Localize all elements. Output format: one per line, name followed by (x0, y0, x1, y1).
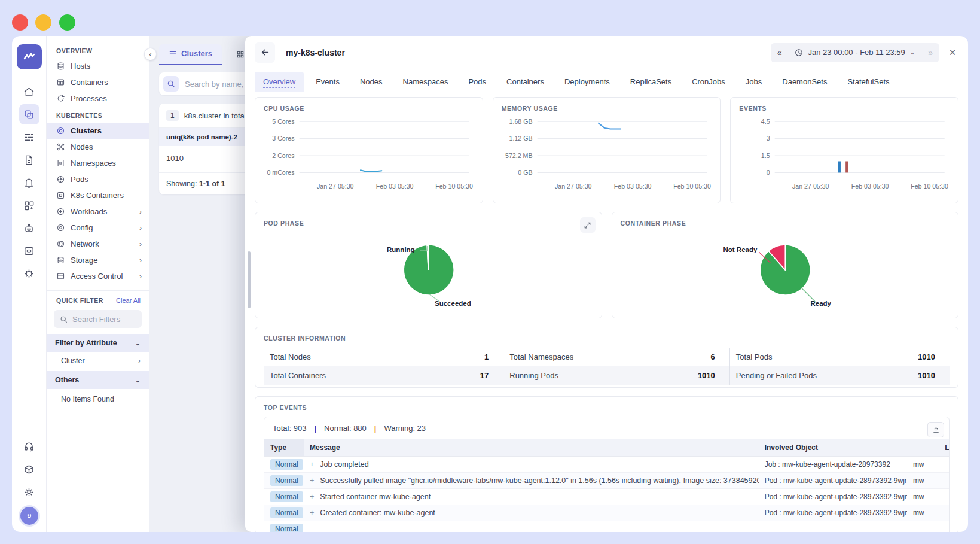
sidebar-item-config[interactable]: Config› (47, 220, 149, 236)
apm-code-icon[interactable] (19, 241, 39, 261)
user-avatar[interactable] (20, 507, 38, 525)
tab-deployments[interactable]: Deployments (556, 72, 618, 92)
sidebar-item-processes[interactable]: Processes (47, 90, 149, 107)
event-row[interactable]: Normal (264, 521, 950, 533)
window-zoom-button[interactable] (59, 14, 75, 31)
svg-text:5 Cores: 5 Cores (272, 118, 294, 125)
event-last-seen: mw (907, 457, 950, 473)
tab-pods[interactable]: Pods (460, 72, 494, 92)
event-involved-object: Pod : mw-kube-agent-update-28973392-9wjn… (759, 505, 907, 521)
info-total-containers: Total Containers17 (264, 366, 503, 385)
column-header-involved-object[interactable]: Involved Object (759, 439, 907, 457)
infrastructure-icon[interactable] (19, 104, 39, 124)
sidebar-item-workloads[interactable]: Workloads› (47, 203, 149, 220)
svg-text:1.12 GB: 1.12 GB (509, 135, 532, 142)
event-row[interactable]: Normal +Job completed Job : mw-kube-agen… (264, 457, 950, 473)
filter-group-label: Filter by Attribute (55, 339, 117, 347)
dashboards-icon[interactable] (19, 195, 39, 215)
support-headset-icon[interactable] (19, 436, 39, 457)
window-minimize-button[interactable] (35, 14, 51, 31)
tab-overview[interactable]: Overview (255, 72, 304, 92)
chevron-right-icon: › (138, 357, 141, 365)
logs-icon[interactable] (19, 127, 39, 147)
settings-gear-icon[interactable] (19, 482, 39, 502)
back-button[interactable] (255, 42, 275, 63)
tab-namespaces[interactable]: Namespaces (395, 72, 457, 92)
expand-plus-icon[interactable]: + (310, 493, 314, 501)
expand-plus-icon[interactable]: + (310, 460, 314, 469)
tab-statefulsets[interactable]: StatefulSets (839, 72, 897, 92)
integrations-icon[interactable] (19, 263, 39, 284)
sidebar-item-nodes[interactable]: Nodes (47, 139, 149, 155)
middleware-logo[interactable] (17, 44, 42, 69)
separator: | (314, 424, 316, 433)
cpu-usage-chart[interactable]: 0 mCores2 Cores3 Cores5 CoresJan 27 05:3… (264, 112, 474, 197)
filter-item-cluster[interactable]: Cluster› (47, 352, 149, 370)
events-table: Type Message Involved Object Last Seen N… (264, 439, 950, 532)
sidebar-item-hosts[interactable]: Hosts (47, 58, 149, 74)
alerts-icon[interactable] (19, 172, 39, 193)
filter-group-others[interactable]: Others⌄ (47, 371, 149, 389)
home-icon[interactable] (19, 81, 39, 102)
time-range-control: « Jan 23 00:00 - Feb 11 23:59 ⌄ » (771, 43, 939, 62)
tab-daemonsets[interactable]: DaemonSets (774, 72, 835, 92)
packages-icon[interactable] (19, 459, 39, 479)
column-header-message[interactable]: Message (304, 439, 759, 457)
sidebar-item-clusters[interactable]: Clusters (47, 123, 149, 139)
column-header-type[interactable]: Type (264, 439, 304, 457)
sidebar-item-storage[interactable]: Storage› (47, 252, 149, 268)
sidebar-item-label: Containers (71, 78, 108, 87)
container-phase-chart[interactable]: Not Ready Ready (621, 227, 950, 311)
info-pending-failed-pods: Pending or Failed Pods1010 (730, 366, 950, 385)
search-icon (60, 315, 68, 323)
pod-phase-chart[interactable]: Running Succeeded (264, 227, 593, 311)
workloads-icon (56, 207, 65, 216)
assistant-bot-icon[interactable] (19, 218, 39, 238)
tab-events[interactable]: Events (307, 72, 348, 92)
tab-cronjobs[interactable]: CronJobs (683, 72, 734, 92)
scrollbar-thumb[interactable] (248, 251, 251, 308)
sidebar-collapse-button[interactable]: ‹ (144, 48, 157, 60)
tab-containers[interactable]: Containers (498, 72, 552, 92)
hosts-icon (56, 62, 65, 71)
expand-plus-icon[interactable]: + (310, 509, 314, 517)
memory-usage-chart[interactable]: 0 GB572.2 MB1.12 GB1.68 GBJan 27 05:30Fe… (502, 112, 712, 197)
filter-search-input[interactable]: Search Filters (54, 310, 142, 328)
event-row[interactable]: Normal +Started container mw-kube-agent … (264, 489, 950, 505)
config-icon (56, 223, 65, 232)
event-involved-object: Pod : mw-kube-agent-update-28973392-9wjn… (759, 473, 907, 489)
expand-plus-icon[interactable]: + (310, 476, 314, 485)
sidebar-item-pods[interactable]: Pods (47, 171, 149, 187)
event-row[interactable]: Normal +Created container: mw-kube-agent… (264, 505, 950, 521)
logo-wave-icon (22, 50, 36, 64)
sidebar-item-containers[interactable]: Containers (47, 74, 149, 90)
event-type-badge: Normal (270, 524, 303, 532)
event-row[interactable]: Normal +Successfully pulled image "ghcr.… (264, 473, 950, 489)
drawer-close-button[interactable]: ✕ (945, 45, 960, 60)
window-close-button[interactable] (12, 14, 28, 31)
pie-label-running: Running (387, 246, 415, 253)
pod-phase-card: POD PHASE Running Succeeded (255, 212, 602, 318)
chevron-down-icon: ⌄ (135, 376, 141, 384)
sidebar-item-k8s-containers[interactable]: K8s Containers (47, 187, 149, 203)
tab-jobs[interactable]: Jobs (737, 72, 770, 92)
column-header-last-seen[interactable]: Last Seen (907, 439, 950, 457)
events-chart[interactable]: 01.534.5Jan 27 05:30Feb 03 05:30Feb 10 0… (739, 112, 950, 197)
sidebar-item-access-control[interactable]: Access Control› (47, 268, 149, 284)
time-range-picker[interactable]: Jan 23 00:00 - Feb 11 23:59 ⌄ (788, 43, 921, 62)
filter-item-label: Cluster (61, 357, 85, 365)
export-button[interactable] (927, 422, 944, 437)
pods-icon (56, 175, 65, 184)
sidebar-item-namespaces[interactable]: Namespaces (47, 155, 149, 171)
filter-group-attribute[interactable]: Filter by Attribute⌄ (47, 334, 149, 352)
time-forward-button[interactable]: » (921, 43, 939, 62)
tab-clusters[interactable]: Clusters (159, 44, 222, 65)
event-involved-object: Job : mw-kube-agent-update-28973392 (759, 457, 907, 473)
clear-all-link[interactable]: Clear All (116, 297, 141, 304)
sidebar-item-network[interactable]: Network› (47, 236, 149, 252)
tab-replicasets[interactable]: ReplicaSets (622, 72, 680, 92)
storage-icon (56, 256, 65, 265)
time-back-button[interactable]: « (771, 43, 789, 62)
reports-icon[interactable] (19, 150, 39, 170)
tab-nodes[interactable]: Nodes (352, 72, 391, 92)
